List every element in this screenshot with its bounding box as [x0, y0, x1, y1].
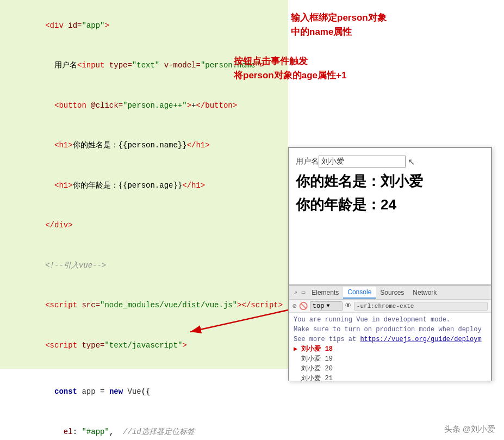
- console-info-1: You are running Vue in development mode.: [294, 315, 487, 325]
- js-line-1: const app = new Vue({: [9, 372, 279, 412]
- username-label: 用户名: [296, 157, 319, 166]
- console-out-4: 刘小爱 21: [294, 374, 487, 381]
- red-arrow: ▶: [294, 345, 301, 353]
- tab-network[interactable]: Network: [408, 287, 441, 298]
- footer: 头条 @刘小爱: [444, 424, 495, 435]
- console-out-3: 刘小爱 20: [294, 364, 487, 374]
- user-input-row: 用户名 ↖: [296, 156, 484, 168]
- block-icon[interactable]: ⊘: [293, 302, 297, 311]
- console-info-3: See more tips at https://vuejs.org/guide…: [294, 334, 487, 344]
- button-event-annotation: 按钮点击事件触发将person对象的age属性+1: [234, 54, 346, 82]
- console-info-2: Make sure to turn on production mode whe…: [294, 325, 487, 334]
- code-line-8: <script src="node_modules/vue/dist/vue.j…: [9, 286, 279, 326]
- code-line-9: <script type="text/javascript">: [9, 325, 279, 365]
- pointer-icon[interactable]: ↗: [291, 287, 300, 298]
- mobile-icon[interactable]: ▭: [300, 287, 308, 298]
- username-input[interactable]: [319, 156, 406, 168]
- browser-content: 用户名 ↖ 你的姓名是：刘小爱 你的年龄是：24: [289, 148, 491, 223]
- browser-preview: 用户名 ↖ 你的姓名是：刘小爱 你的年龄是：24 ↗ ▭ Elements Co…: [288, 147, 492, 381]
- code-line-5: <h1>你的年龄是：{{person.age}}</h1>: [9, 165, 279, 206]
- console-out-1: ▶ 刘小爱 18: [294, 344, 487, 354]
- code-line-7: <!--引入vue-->: [9, 245, 279, 286]
- tab-sources[interactable]: Sources: [376, 287, 408, 298]
- age-display: 你的年龄是：24: [296, 195, 484, 214]
- input-binding-annotation: 输入框绑定person对象中的name属性: [291, 11, 387, 39]
- clear-icon[interactable]: 🚫: [299, 302, 308, 311]
- cursor-icon: ↖: [408, 157, 415, 167]
- js-line-2: el: "#app", //id选择器定位标签: [9, 412, 279, 440]
- tab-console[interactable]: Console: [343, 287, 376, 299]
- console-link[interactable]: https://vuejs.org/guide/deploym: [360, 336, 481, 343]
- code-line-6: </div>: [9, 206, 279, 246]
- console-text-1: 刘小爱 18: [301, 345, 333, 353]
- tab-elements[interactable]: Elements: [307, 287, 343, 298]
- name-display: 你的姓名是：刘小爱: [296, 172, 484, 191]
- code-line-1: <div id="app">: [9, 5, 279, 46]
- eye-icon[interactable]: 👁: [345, 302, 352, 310]
- url-bar: -url:chrome-exte: [354, 302, 488, 311]
- console-out-2: 刘小爱 19: [294, 354, 487, 364]
- devtools-toolbar: ⊘ 🚫 top ▼ 👁 -url:chrome-exte: [289, 300, 491, 313]
- main-container: <div id="app"> 用户名<input type="text" v-m…: [0, 0, 504, 440]
- code-line-3: <button @click="person.age++">+</button>: [9, 85, 279, 126]
- dropdown-arrow: ▼: [326, 303, 329, 309]
- context-select[interactable]: top ▼: [310, 301, 343, 311]
- js-section: const app = new Vue({ el: "#app", //id选择…: [0, 369, 288, 441]
- context-label: top: [313, 302, 325, 310]
- devtools-tabs: ↗ ▭ Elements Console Sources Network: [289, 286, 491, 300]
- console-output: You are running Vue in development mode.…: [289, 313, 491, 381]
- devtools-panel: ↗ ▭ Elements Console Sources Network ⊘ 🚫…: [289, 284, 491, 380]
- code-line-4: <h1>你的姓名是：{{person.name}}</h1>: [9, 126, 279, 166]
